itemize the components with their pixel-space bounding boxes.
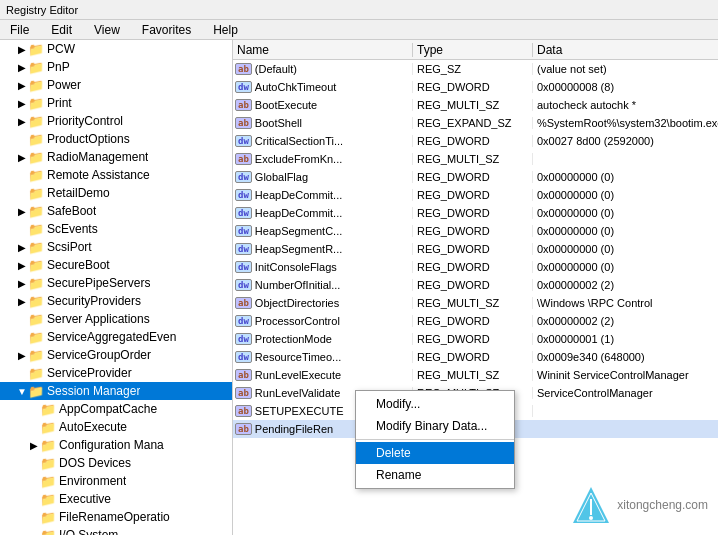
tree-arrow: ▼ [16,386,28,397]
tree-item-serviceprovider[interactable]: 📁ServiceProvider [0,364,232,382]
context-menu-item-delete[interactable]: Delete [356,442,514,464]
reg-ab-icon: ab [235,99,252,111]
tree-item-label: SecureBoot [47,258,110,272]
table-row[interactable]: abObjectDirectoriesREG_MULTI_SZ\Windows … [233,294,718,312]
tree-item-appcompatchache[interactable]: 📁AppCompatCache [0,400,232,418]
tree-item-remoteassistance[interactable]: 📁Remote Assistance [0,166,232,184]
tree-item-filerenameoperatio[interactable]: 📁FileRenameOperatio [0,508,232,526]
cell-type: REG_SZ [413,63,533,75]
tree-item-label: ScsiPort [47,240,92,254]
folder-icon: 📁 [28,78,44,93]
tree-item-executive[interactable]: 📁Executive [0,490,232,508]
reg-dw-icon: dw [235,207,252,219]
folder-icon: 📁 [28,330,44,345]
tree-item-radiomanagement[interactable]: ▶📁RadioManagement [0,148,232,166]
table-row[interactable]: abBootShellREG_EXPAND_SZ%SystemRoot%\sys… [233,114,718,132]
tree-item-securityproviders[interactable]: ▶📁SecurityProviders [0,292,232,310]
cell-type: REG_DWORD [413,207,533,219]
table-row[interactable]: dwAutoChkTimeoutREG_DWORD0x00000008 (8) [233,78,718,96]
table-row[interactable]: dwHeapDeCommit...REG_DWORD0x00000000 (0) [233,186,718,204]
tree-item-label: SecurityProviders [47,294,141,308]
menu-view[interactable]: View [88,22,126,38]
tree-item-productoptions[interactable]: 📁ProductOptions [0,130,232,148]
cell-data: 0x00000002 (2) [533,279,718,291]
cell-data: Wininit ServiceControlManager [533,369,718,381]
cell-type: REG_DWORD [413,279,533,291]
context-menu-item-rename[interactable]: Rename [356,464,514,486]
cell-name: dwInitConsoleFlags [233,261,413,273]
tree-item-securepipeservers[interactable]: ▶📁SecurePipeServers [0,274,232,292]
table-row[interactable]: abBootExecuteREG_MULTI_SZautocheck autoc… [233,96,718,114]
table-row[interactable]: abExcludeFromKn...REG_MULTI_SZ [233,150,718,168]
cell-type: REG_DWORD [413,243,533,255]
menu-bar: File Edit View Favorites Help [0,20,718,40]
cell-name: dwNumberOfInitial... [233,279,413,291]
table-row[interactable]: dwGlobalFlagREG_DWORD0x00000000 (0) [233,168,718,186]
menu-edit[interactable]: Edit [45,22,78,38]
table-row[interactable]: dwHeapSegmentR...REG_DWORD0x00000000 (0) [233,240,718,258]
menu-help[interactable]: Help [207,22,244,38]
context-menu-item-modify[interactable]: Modify... [356,393,514,415]
tree-item-retaildemo[interactable]: 📁RetailDemo [0,184,232,202]
tree-item-power[interactable]: ▶📁Power [0,76,232,94]
menu-favorites[interactable]: Favorites [136,22,197,38]
name-text: BootShell [255,117,302,129]
cell-data: 0x00000001 (1) [533,333,718,345]
cell-data: ServiceControlManager [533,387,718,399]
context-menu-separator [356,439,514,440]
tree-panel[interactable]: ▶📁PCW▶📁PnP▶📁Power▶📁Print▶📁PriorityContro… [0,40,233,535]
tree-item-dosdevices[interactable]: 📁DOS Devices [0,454,232,472]
table-row[interactable]: dwCriticalSectionTi...REG_DWORD0x0027 8d… [233,132,718,150]
table-row[interactable]: dwNumberOfInitial...REG_DWORD0x00000002 … [233,276,718,294]
folder-icon: 📁 [40,474,56,489]
folder-icon: 📁 [40,438,56,453]
tree-item-label: AutoExecute [59,420,127,434]
table-row[interactable]: dwInitConsoleFlagsREG_DWORD0x00000000 (0… [233,258,718,276]
tree-item-label: ServiceAggregatedEven [47,330,176,344]
folder-icon: 📁 [28,348,44,363]
cell-type: REG_DWORD [413,81,533,93]
tree-item-pnp[interactable]: ▶📁PnP [0,58,232,76]
tree-item-print[interactable]: ▶📁Print [0,94,232,112]
cell-data: 0x00000000 (0) [533,207,718,219]
context-menu-item-modifybinary[interactable]: Modify Binary Data... [356,415,514,437]
tree-item-secureboot[interactable]: ▶📁SecureBoot [0,256,232,274]
cell-data: \Windows \RPC Control [533,297,718,309]
table-row[interactable]: dwHeapDeCommit...REG_DWORD0x00000000 (0) [233,204,718,222]
table-row[interactable]: dwResourceTimeo...REG_DWORD0x0009e340 (6… [233,348,718,366]
folder-icon: 📁 [28,366,44,381]
tree-item-pcw[interactable]: ▶📁PCW [0,40,232,58]
table-row[interactable]: dwProcessorControlREG_DWORD0x00000002 (2… [233,312,718,330]
cell-data: 0x00000000 (0) [533,189,718,201]
tree-item-scevents[interactable]: 📁ScEvents [0,220,232,238]
tree-item-serverapplications[interactable]: 📁Server Applications [0,310,232,328]
tree-item-configurationmgr[interactable]: ▶📁Configuration Mana [0,436,232,454]
col-header-name: Name [233,43,413,57]
menu-file[interactable]: File [4,22,35,38]
tree-item-serviceaggregatedevents[interactable]: 📁ServiceAggregatedEven [0,328,232,346]
tree-item-label: AppCompatCache [59,402,157,416]
tree-item-safeboot[interactable]: ▶📁SafeBoot [0,202,232,220]
tree-item-sessionmanager[interactable]: ▼📁Session Manager [0,382,232,400]
cell-data: 0x00000000 (0) [533,225,718,237]
tree-item-iosystem[interactable]: 📁I/O System [0,526,232,535]
tree-item-prioritycontrol[interactable]: ▶📁PriorityControl [0,112,232,130]
tree-item-environment[interactable]: 📁Environment [0,472,232,490]
tree-arrow: ▶ [16,260,28,271]
tree-item-scsiport[interactable]: ▶📁ScsiPort [0,238,232,256]
tree-item-autoexecute[interactable]: 📁AutoExecute [0,418,232,436]
reg-dw-icon: dw [235,81,252,93]
cell-data: 0x00000000 (0) [533,171,718,183]
table-row[interactable]: ab(Default)REG_SZ(value not set) [233,60,718,78]
cell-type: REG_DWORD [413,333,533,345]
name-text: NumberOfInitial... [255,279,341,291]
table-row[interactable]: abRunLevelExecuteREG_MULTI_SZWininit Ser… [233,366,718,384]
svg-point-3 [589,516,593,520]
cell-name: abObjectDirectories [233,297,413,309]
table-row[interactable]: dwHeapSegmentC...REG_DWORD0x00000000 (0) [233,222,718,240]
tree-arrow: ▶ [16,98,28,109]
folder-icon: 📁 [40,528,56,536]
folder-icon: 📁 [28,186,44,201]
table-row[interactable]: dwProtectionModeREG_DWORD0x00000001 (1) [233,330,718,348]
tree-item-servicegrouporder[interactable]: ▶📁ServiceGroupOrder [0,346,232,364]
